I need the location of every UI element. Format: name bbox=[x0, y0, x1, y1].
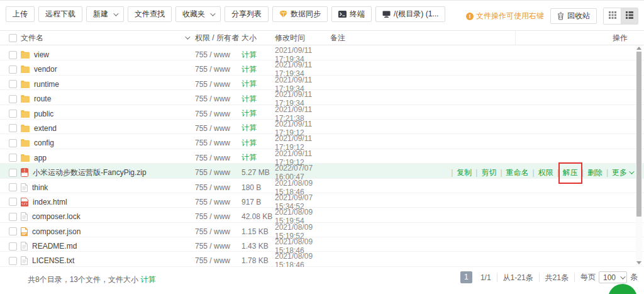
row-checkbox[interactable] bbox=[9, 139, 17, 147]
toolbar-button-5[interactable]: 收藏夹 bbox=[175, 6, 221, 22]
toolbar-button-label: 收藏夹 bbox=[182, 9, 205, 20]
table-row[interactable]: README.md 755 / www 1.43 KB 2021/08/09 1… bbox=[0, 237, 644, 252]
op-删除[interactable]: 删除 bbox=[587, 167, 602, 178]
row-checkbox[interactable] bbox=[9, 154, 17, 162]
row-checkbox[interactable] bbox=[9, 110, 17, 118]
calc-size-link[interactable]: 计算 bbox=[242, 152, 275, 163]
calc-size-link[interactable]: 计算 bbox=[242, 123, 275, 133]
table-row[interactable]: 小米运动步数运营版-FancyPig.zip 755 / www 5.27 MB… bbox=[0, 164, 644, 178]
op-separator: | bbox=[448, 168, 455, 177]
file-name[interactable]: vendor bbox=[34, 65, 57, 74]
op-剪切[interactable]: 剪切 bbox=[481, 167, 496, 178]
toolbar-button-6[interactable]: 分享列表 bbox=[225, 6, 269, 22]
file-name[interactable]: composer.json bbox=[32, 227, 80, 236]
row-checkbox[interactable] bbox=[9, 95, 17, 103]
directory-summary: 共8个目录，13个文件，文件大小 计算 bbox=[28, 274, 155, 285]
toolbar-button-7[interactable]: 数据同步 bbox=[272, 6, 328, 22]
file-icon bbox=[21, 256, 28, 265]
row-checkbox[interactable] bbox=[9, 51, 17, 59]
file-name[interactable]: view bbox=[34, 50, 49, 59]
op-权限[interactable]: 权限 bbox=[538, 167, 553, 178]
op-separator: | bbox=[579, 168, 586, 177]
scroll-down-icon[interactable] bbox=[636, 261, 641, 264]
recycle-bin-button[interactable]: 回收站 bbox=[550, 8, 597, 24]
file-name[interactable]: think bbox=[32, 183, 48, 192]
page-total: 共21条 bbox=[540, 273, 575, 282]
row-checkbox[interactable] bbox=[9, 124, 17, 132]
scrollbar-thumb[interactable] bbox=[636, 52, 641, 217]
list-view-button[interactable] bbox=[621, 8, 638, 24]
table-row[interactable]: think 755 / www 180 B 2021/08/09 15:18:4… bbox=[0, 179, 644, 193]
row-checkbox[interactable] bbox=[9, 213, 17, 221]
file-name[interactable]: composer.lock bbox=[32, 212, 80, 221]
op-复制[interactable]: 复制 bbox=[457, 167, 472, 178]
table-row[interactable]: route 755 / www 计算 2021/09/11 17:19:34 bbox=[0, 90, 644, 105]
json-file-icon bbox=[21, 227, 28, 236]
table-row[interactable]: composer.json 755 / www 1.15 KB 2021/08/… bbox=[0, 223, 644, 237]
row-checkbox[interactable] bbox=[9, 227, 17, 235]
file-permissions: 755 / www bbox=[195, 139, 242, 147]
file-name[interactable]: LICENSE.txt bbox=[32, 256, 74, 265]
row-checkbox[interactable] bbox=[9, 169, 17, 177]
row-checkbox[interactable] bbox=[9, 65, 17, 74]
file-permissions: 755 / www bbox=[195, 183, 242, 192]
per-page-select[interactable]: 100 bbox=[599, 271, 627, 283]
vertical-scrollbar[interactable] bbox=[636, 45, 642, 267]
op-更多[interactable]: 更多 bbox=[612, 167, 633, 178]
row-checkbox[interactable] bbox=[9, 257, 17, 265]
calc-size-link[interactable]: 计算 bbox=[242, 108, 275, 119]
html-file-icon bbox=[21, 198, 28, 206]
toolbar-button-3[interactable]: 新建 bbox=[86, 6, 124, 22]
op-重命名[interactable]: 重命名 bbox=[506, 167, 529, 178]
calc-total-size-link[interactable]: 计算 bbox=[140, 275, 155, 284]
chevron-down-icon bbox=[210, 11, 215, 16]
column-header-mtime: 修改时间 bbox=[275, 33, 330, 43]
toolbar-button-8[interactable]: 终端 bbox=[331, 6, 372, 22]
file-name[interactable]: route bbox=[34, 94, 51, 103]
page-button-1[interactable]: 1 bbox=[460, 271, 472, 283]
toolbar-button-1[interactable]: 上传 bbox=[6, 6, 35, 22]
table-row[interactable]: LICENSE.txt 755 / www 1.78 KB 2021/08/09… bbox=[0, 252, 644, 266]
grid-view-button[interactable] bbox=[604, 8, 621, 24]
calc-size-link[interactable]: 计算 bbox=[242, 94, 275, 105]
op-解压[interactable]: 解压 bbox=[563, 167, 578, 178]
chevron-down-icon[interactable] bbox=[185, 34, 190, 39]
pagination: 1 1/1 从1-21条 共21条 每页 100 条 bbox=[460, 271, 638, 283]
scroll-up-icon[interactable] bbox=[636, 47, 641, 50]
table-row[interactable]: config 755 / www 计算 2021/09/11 17:19:12 bbox=[0, 134, 644, 149]
file-icon bbox=[21, 242, 28, 251]
select-all-checkbox[interactable] bbox=[9, 34, 17, 42]
toolbar-button-9[interactable]: /(根目录) (1... bbox=[375, 6, 445, 22]
file-permissions: 755 / www bbox=[195, 256, 242, 265]
file-permissions: 755 / www bbox=[195, 94, 242, 103]
file-name[interactable]: config bbox=[34, 139, 54, 147]
table-row[interactable]: public 755 / www 计算 2021/09/11 17:21:38 bbox=[0, 105, 644, 120]
calc-size-link[interactable]: 计算 bbox=[242, 79, 275, 89]
trash-icon bbox=[557, 12, 564, 20]
table-row[interactable]: app 755 / www 计算 2021/09/11 17:19:12 bbox=[0, 149, 644, 164]
table-row[interactable]: index.html 755 / www 917 B 2021/09/07 15… bbox=[0, 193, 644, 208]
table-row[interactable]: composer.lock 755 / www 42.08 KB 2021/08… bbox=[0, 208, 644, 222]
file-name[interactable]: extend bbox=[34, 124, 57, 133]
file-name[interactable]: app bbox=[34, 154, 47, 162]
calc-size-link[interactable]: 计算 bbox=[242, 138, 275, 149]
file-name[interactable]: runtime bbox=[34, 80, 59, 89]
table-row[interactable]: extend 755 / www 计算 2021/09/11 17:19:12 bbox=[0, 120, 644, 134]
table-row[interactable]: runtime 755 / www 计算 2021/09/11 17:19:34 bbox=[0, 76, 644, 90]
calc-size-link[interactable]: 计算 bbox=[242, 50, 275, 60]
toolbar-button-label: 上传 bbox=[13, 9, 28, 20]
right-click-hint-text: 文件操作可使用右键 bbox=[476, 11, 544, 21]
row-checkbox[interactable] bbox=[9, 80, 17, 88]
table-row[interactable]: vendor 755 / www 计算 2021/09/11 17:19:34 bbox=[0, 60, 644, 75]
table-row[interactable]: view 755 / www 计算 2021/09/11 17:19:34 bbox=[0, 46, 644, 60]
row-checkbox[interactable] bbox=[9, 242, 17, 251]
file-name[interactable]: index.html bbox=[33, 198, 67, 206]
row-checkbox[interactable] bbox=[9, 198, 17, 206]
file-name[interactable]: README.md bbox=[32, 242, 77, 251]
toolbar-button-2[interactable]: 远程下载 bbox=[38, 6, 82, 22]
file-name[interactable]: public bbox=[34, 110, 53, 118]
row-checkbox[interactable] bbox=[9, 183, 17, 191]
toolbar-button-4[interactable]: 文件查找 bbox=[128, 6, 172, 22]
file-name[interactable]: 小米运动步数运营版-FancyPig.zip bbox=[33, 167, 147, 178]
calc-size-link[interactable]: 计算 bbox=[242, 64, 275, 75]
